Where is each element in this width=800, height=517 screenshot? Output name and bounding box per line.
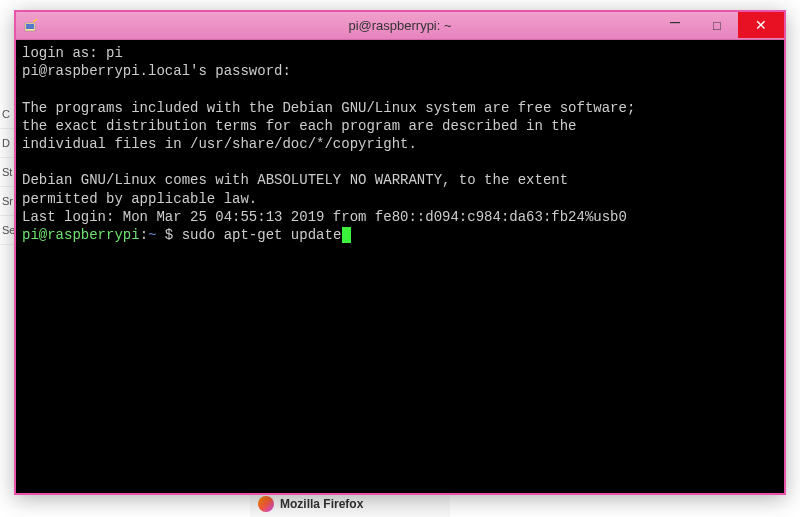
prompt-user: pi@raspberrypi: [22, 227, 140, 243]
terminal-line: [22, 80, 778, 98]
svg-line-2: [33, 19, 37, 22]
taskbar-label: Mozilla Firefox: [280, 497, 363, 511]
maximize-button[interactable]: □: [696, 12, 738, 38]
minimize-button[interactable]: –: [654, 12, 696, 38]
terminal-line: permitted by applicable law.: [22, 190, 778, 208]
prompt-dollar: $: [156, 227, 181, 243]
terminal-line: Debian GNU/Linux comes with ABSOLUTELY N…: [22, 171, 778, 189]
prompt-sep: :: [140, 227, 148, 243]
terminal-line: [22, 153, 778, 171]
cursor: [342, 227, 351, 243]
terminal-line: the exact distribution terms for each pr…: [22, 117, 778, 135]
terminal-line: individual files in /usr/share/doc/*/cop…: [22, 135, 778, 153]
terminal-line: login as: pi: [22, 44, 778, 62]
terminal-line: pi@raspberrypi.local's password:: [22, 62, 778, 80]
terminal-line: The programs included with the Debian GN…: [22, 99, 778, 117]
firefox-icon: [258, 496, 274, 512]
terminal-window: pi@raspberrypi: ~ – □ ✕ login as: pipi@r…: [14, 10, 786, 495]
background-sidebar: C D St Sr Se: [0, 0, 14, 517]
terminal-line: Last login: Mon Mar 25 04:55:13 2019 fro…: [22, 208, 778, 226]
terminal-body[interactable]: login as: pipi@raspberrypi.local's passw…: [16, 40, 784, 493]
terminal-prompt-line: pi@raspberrypi:~ $ sudo apt-get update: [22, 226, 778, 244]
window-controls: – □ ✕: [654, 12, 784, 39]
command-text: sudo apt-get update: [182, 227, 342, 243]
putty-icon: [22, 17, 40, 35]
close-button[interactable]: ✕: [738, 12, 784, 38]
svg-rect-1: [26, 24, 34, 29]
titlebar[interactable]: pi@raspberrypi: ~ – □ ✕: [16, 12, 784, 40]
